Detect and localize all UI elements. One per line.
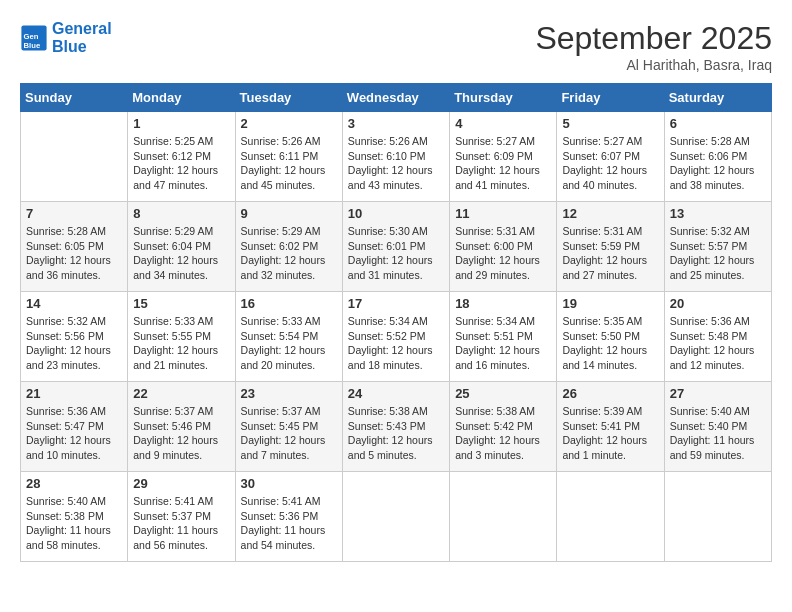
day-info: Sunrise: 5:32 AMSunset: 5:56 PMDaylight:… (26, 314, 122, 373)
calendar-cell: 9Sunrise: 5:29 AMSunset: 6:02 PMDaylight… (235, 202, 342, 292)
day-number: 7 (26, 206, 122, 221)
calendar-cell: 15Sunrise: 5:33 AMSunset: 5:55 PMDayligh… (128, 292, 235, 382)
day-number: 24 (348, 386, 444, 401)
calendar-table: SundayMondayTuesdayWednesdayThursdayFrid… (20, 83, 772, 562)
calendar-cell: 30Sunrise: 5:41 AMSunset: 5:36 PMDayligh… (235, 472, 342, 562)
day-info: Sunrise: 5:34 AMSunset: 5:52 PMDaylight:… (348, 314, 444, 373)
day-info: Sunrise: 5:25 AMSunset: 6:12 PMDaylight:… (133, 134, 229, 193)
svg-text:Blue: Blue (24, 40, 41, 49)
calendar-header-row: SundayMondayTuesdayWednesdayThursdayFrid… (21, 84, 772, 112)
calendar-cell: 6Sunrise: 5:28 AMSunset: 6:06 PMDaylight… (664, 112, 771, 202)
calendar-cell: 19Sunrise: 5:35 AMSunset: 5:50 PMDayligh… (557, 292, 664, 382)
column-header-sunday: Sunday (21, 84, 128, 112)
day-number: 15 (133, 296, 229, 311)
day-number: 14 (26, 296, 122, 311)
calendar-cell (450, 472, 557, 562)
day-number: 22 (133, 386, 229, 401)
calendar-week-row: 14Sunrise: 5:32 AMSunset: 5:56 PMDayligh… (21, 292, 772, 382)
day-info: Sunrise: 5:30 AMSunset: 6:01 PMDaylight:… (348, 224, 444, 283)
calendar-cell: 14Sunrise: 5:32 AMSunset: 5:56 PMDayligh… (21, 292, 128, 382)
day-info: Sunrise: 5:32 AMSunset: 5:57 PMDaylight:… (670, 224, 766, 283)
day-number: 13 (670, 206, 766, 221)
day-number: 21 (26, 386, 122, 401)
day-info: Sunrise: 5:33 AMSunset: 5:55 PMDaylight:… (133, 314, 229, 373)
calendar-cell (342, 472, 449, 562)
day-info: Sunrise: 5:26 AMSunset: 6:10 PMDaylight:… (348, 134, 444, 193)
calendar-cell: 12Sunrise: 5:31 AMSunset: 5:59 PMDayligh… (557, 202, 664, 292)
calendar-cell: 29Sunrise: 5:41 AMSunset: 5:37 PMDayligh… (128, 472, 235, 562)
calendar-cell: 26Sunrise: 5:39 AMSunset: 5:41 PMDayligh… (557, 382, 664, 472)
column-header-monday: Monday (128, 84, 235, 112)
day-number: 18 (455, 296, 551, 311)
day-info: Sunrise: 5:29 AMSunset: 6:04 PMDaylight:… (133, 224, 229, 283)
day-info: Sunrise: 5:40 AMSunset: 5:38 PMDaylight:… (26, 494, 122, 553)
day-number: 5 (562, 116, 658, 131)
svg-text:Gen: Gen (24, 32, 39, 41)
day-number: 4 (455, 116, 551, 131)
calendar-cell: 4Sunrise: 5:27 AMSunset: 6:09 PMDaylight… (450, 112, 557, 202)
day-info: Sunrise: 5:31 AMSunset: 6:00 PMDaylight:… (455, 224, 551, 283)
day-info: Sunrise: 5:31 AMSunset: 5:59 PMDaylight:… (562, 224, 658, 283)
calendar-cell: 17Sunrise: 5:34 AMSunset: 5:52 PMDayligh… (342, 292, 449, 382)
calendar-cell: 24Sunrise: 5:38 AMSunset: 5:43 PMDayligh… (342, 382, 449, 472)
calendar-week-row: 21Sunrise: 5:36 AMSunset: 5:47 PMDayligh… (21, 382, 772, 472)
calendar-week-row: 28Sunrise: 5:40 AMSunset: 5:38 PMDayligh… (21, 472, 772, 562)
day-number: 30 (241, 476, 337, 491)
day-info: Sunrise: 5:36 AMSunset: 5:47 PMDaylight:… (26, 404, 122, 463)
column-header-wednesday: Wednesday (342, 84, 449, 112)
page-header: Gen Blue General Blue September 2025 Al … (20, 20, 772, 73)
day-info: Sunrise: 5:33 AMSunset: 5:54 PMDaylight:… (241, 314, 337, 373)
day-info: Sunrise: 5:29 AMSunset: 6:02 PMDaylight:… (241, 224, 337, 283)
calendar-cell: 13Sunrise: 5:32 AMSunset: 5:57 PMDayligh… (664, 202, 771, 292)
day-number: 3 (348, 116, 444, 131)
calendar-cell: 2Sunrise: 5:26 AMSunset: 6:11 PMDaylight… (235, 112, 342, 202)
calendar-cell: 20Sunrise: 5:36 AMSunset: 5:48 PMDayligh… (664, 292, 771, 382)
day-info: Sunrise: 5:41 AMSunset: 5:36 PMDaylight:… (241, 494, 337, 553)
calendar-week-row: 7Sunrise: 5:28 AMSunset: 6:05 PMDaylight… (21, 202, 772, 292)
day-number: 29 (133, 476, 229, 491)
day-info: Sunrise: 5:28 AMSunset: 6:06 PMDaylight:… (670, 134, 766, 193)
column-header-friday: Friday (557, 84, 664, 112)
logo: Gen Blue General Blue (20, 20, 112, 55)
day-info: Sunrise: 5:39 AMSunset: 5:41 PMDaylight:… (562, 404, 658, 463)
day-number: 9 (241, 206, 337, 221)
title-section: September 2025 Al Harithah, Basra, Iraq (535, 20, 772, 73)
day-number: 6 (670, 116, 766, 131)
calendar-cell: 7Sunrise: 5:28 AMSunset: 6:05 PMDaylight… (21, 202, 128, 292)
column-header-thursday: Thursday (450, 84, 557, 112)
day-number: 23 (241, 386, 337, 401)
day-number: 2 (241, 116, 337, 131)
calendar-cell: 23Sunrise: 5:37 AMSunset: 5:45 PMDayligh… (235, 382, 342, 472)
day-info: Sunrise: 5:37 AMSunset: 5:46 PMDaylight:… (133, 404, 229, 463)
calendar-cell: 3Sunrise: 5:26 AMSunset: 6:10 PMDaylight… (342, 112, 449, 202)
day-info: Sunrise: 5:34 AMSunset: 5:51 PMDaylight:… (455, 314, 551, 373)
calendar-cell: 28Sunrise: 5:40 AMSunset: 5:38 PMDayligh… (21, 472, 128, 562)
calendar-cell: 5Sunrise: 5:27 AMSunset: 6:07 PMDaylight… (557, 112, 664, 202)
calendar-cell: 25Sunrise: 5:38 AMSunset: 5:42 PMDayligh… (450, 382, 557, 472)
day-info: Sunrise: 5:35 AMSunset: 5:50 PMDaylight:… (562, 314, 658, 373)
calendar-cell: 16Sunrise: 5:33 AMSunset: 5:54 PMDayligh… (235, 292, 342, 382)
day-info: Sunrise: 5:41 AMSunset: 5:37 PMDaylight:… (133, 494, 229, 553)
day-info: Sunrise: 5:36 AMSunset: 5:48 PMDaylight:… (670, 314, 766, 373)
calendar-cell (664, 472, 771, 562)
day-number: 17 (348, 296, 444, 311)
day-info: Sunrise: 5:40 AMSunset: 5:40 PMDaylight:… (670, 404, 766, 463)
calendar-cell: 1Sunrise: 5:25 AMSunset: 6:12 PMDaylight… (128, 112, 235, 202)
day-number: 12 (562, 206, 658, 221)
location-subtitle: Al Harithah, Basra, Iraq (535, 57, 772, 73)
calendar-cell: 8Sunrise: 5:29 AMSunset: 6:04 PMDaylight… (128, 202, 235, 292)
day-info: Sunrise: 5:28 AMSunset: 6:05 PMDaylight:… (26, 224, 122, 283)
day-number: 25 (455, 386, 551, 401)
day-info: Sunrise: 5:26 AMSunset: 6:11 PMDaylight:… (241, 134, 337, 193)
day-number: 28 (26, 476, 122, 491)
column-header-saturday: Saturday (664, 84, 771, 112)
month-title: September 2025 (535, 20, 772, 57)
day-number: 10 (348, 206, 444, 221)
day-number: 11 (455, 206, 551, 221)
day-info: Sunrise: 5:37 AMSunset: 5:45 PMDaylight:… (241, 404, 337, 463)
calendar-cell: 27Sunrise: 5:40 AMSunset: 5:40 PMDayligh… (664, 382, 771, 472)
calendar-cell: 22Sunrise: 5:37 AMSunset: 5:46 PMDayligh… (128, 382, 235, 472)
day-number: 20 (670, 296, 766, 311)
calendar-week-row: 1Sunrise: 5:25 AMSunset: 6:12 PMDaylight… (21, 112, 772, 202)
calendar-cell: 21Sunrise: 5:36 AMSunset: 5:47 PMDayligh… (21, 382, 128, 472)
